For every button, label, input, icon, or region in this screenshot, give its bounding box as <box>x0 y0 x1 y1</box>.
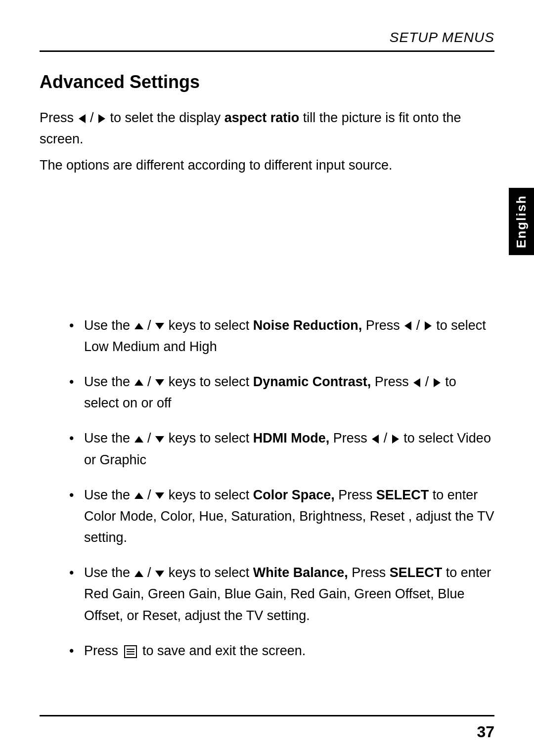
arrow-left-icon-2 <box>413 378 420 387</box>
arrow-up-icon-4 <box>134 492 143 499</box>
page-number: 37 <box>477 723 494 741</box>
press-label: Press <box>40 110 78 125</box>
top-rule <box>40 50 494 52</box>
keys-text-4: keys to select Color Space, Press SELECT… <box>84 488 494 545</box>
arrow-left-icon <box>79 114 86 123</box>
use-the-2: Use the <box>84 374 130 389</box>
slash-1: / <box>416 318 424 333</box>
press-label-6: Press <box>84 643 122 658</box>
section-title: Advanced Settings <box>40 72 494 92</box>
keys-text-2: keys to select Dynamic Contrast, Press <box>169 374 413 389</box>
use-the-5: Use the <box>84 565 130 580</box>
list-item-hdmi-mode: Use the / keys to select HDMI Mode, Pres… <box>69 428 494 470</box>
list-item-noise-reduction: Use the / keys to select Noise Reduction… <box>69 315 494 357</box>
keys-text-5: keys to select White Balance, Press SELE… <box>84 565 491 623</box>
list-item-white-balance: Use the / keys to select White Balance, … <box>69 562 494 626</box>
arrow-left-icon-3 <box>372 435 379 444</box>
list-item-press-save: Press to save and exit the screen. <box>69 640 494 662</box>
use-the-4: Use the <box>84 488 130 502</box>
use-the-1: Use the <box>84 318 130 333</box>
bottom-rule <box>40 715 494 716</box>
arrow-down-icon-2 <box>155 379 164 386</box>
arrow-right-icon <box>98 114 105 123</box>
arrow-down-icon-3 <box>155 436 164 443</box>
english-tab: English <box>509 188 534 255</box>
arrow-up-icon-3 <box>134 436 143 443</box>
arrow-up-icon-2 <box>134 379 143 386</box>
separator-2: / <box>147 374 155 389</box>
arrow-down-icon-5 <box>155 571 164 577</box>
slash-2: / <box>425 374 433 389</box>
slash-separator: / <box>90 110 97 125</box>
separator-1: / <box>147 318 155 333</box>
menu-icon <box>124 645 137 658</box>
list-item-color-space: Use the / keys to select Color Space, Pr… <box>69 485 494 549</box>
arrow-up-icon-1 <box>134 323 143 329</box>
use-the-3: Use the <box>84 431 130 445</box>
setup-menus-title: SETUP MENUS <box>390 30 494 45</box>
separator-5: / <box>147 565 155 580</box>
arrow-left-icon-1 <box>404 321 411 330</box>
separator-4: / <box>147 488 155 502</box>
arrow-up-icon-5 <box>134 571 143 577</box>
separator-3: / <box>147 431 155 445</box>
arrow-down-icon-4 <box>155 492 164 499</box>
bullet-list: Use the / keys to select Noise Reduction… <box>69 315 494 662</box>
arrow-right-icon-3 <box>392 435 399 444</box>
slash-3: / <box>384 431 391 445</box>
arrow-right-icon-1 <box>425 321 432 330</box>
arrow-right-icon-2 <box>434 378 441 387</box>
page-container: SETUP MENUS Advanced Settings Press / to… <box>0 0 534 756</box>
header-section: SETUP MENUS <box>40 30 494 45</box>
suffix-6: to save and exit the screen. <box>142 643 306 658</box>
arrow-down-icon-1 <box>155 323 164 329</box>
keys-text-3: keys to select HDMI Mode, Press <box>169 431 371 445</box>
list-item-dynamic-contrast: Use the / keys to select Dynamic Contras… <box>69 371 494 414</box>
keys-text-1: keys to select Noise Reduction, Press <box>169 318 404 333</box>
intro-paragraph-1: Press / to selet the display aspect rati… <box>40 107 494 150</box>
intro-paragraph-2: The options are different according to d… <box>40 155 494 176</box>
